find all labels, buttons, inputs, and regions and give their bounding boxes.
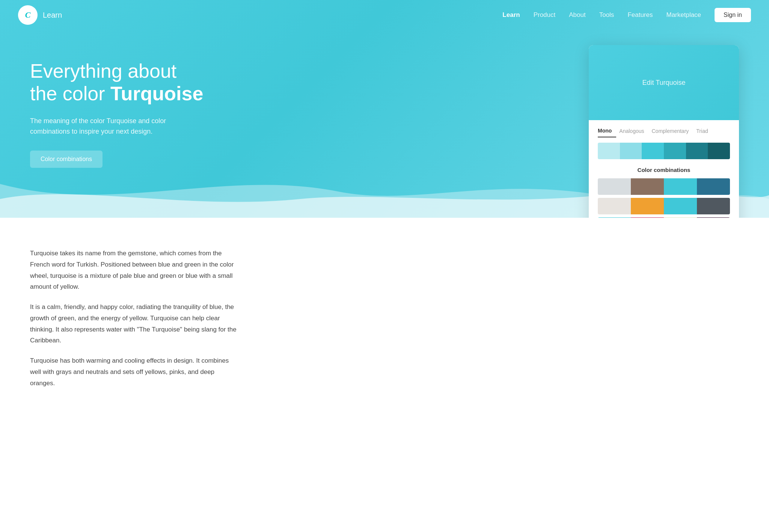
hero-title: Everything about the color Turquoise xyxy=(30,60,203,105)
article-paragraph-2: It is a calm, friendly, and happy color,… xyxy=(30,301,240,346)
hero-content: Everything about the color Turquoise The… xyxy=(0,38,233,190)
combo-2-swatch-4 xyxy=(697,198,730,214)
nav-item-features[interactable]: Features xyxy=(627,11,653,19)
hero-title-bold: Turquoise xyxy=(110,83,203,104)
hero-section: Everything about the color Turquoise The… xyxy=(0,0,769,218)
combo-1-swatch-3 xyxy=(664,178,697,195)
combo-3-swatch-4 xyxy=(697,217,730,218)
navbar: C Learn Learn Product About Tools Featur… xyxy=(0,0,769,30)
combo-rows xyxy=(598,178,730,218)
mono-swatch-4 xyxy=(664,143,686,159)
logo-text: C xyxy=(25,10,31,20)
combo-row-1 xyxy=(598,178,730,195)
combo-3-swatch-1 xyxy=(598,217,631,218)
signin-button[interactable]: Sign in xyxy=(715,8,751,22)
mono-swatch-2 xyxy=(620,143,642,159)
color-combinations-button[interactable]: Color combinations xyxy=(30,151,103,168)
combo-2-swatch-1 xyxy=(598,198,631,214)
card-body: Mono Analogous Complementary Triad Color… xyxy=(589,120,739,218)
mono-tabs: Mono Analogous Complementary Triad xyxy=(598,128,730,137)
nav-item-about[interactable]: About xyxy=(569,11,585,19)
color-card: Edit Turquoise Mono Analogous Complement… xyxy=(589,45,739,218)
article-paragraph-1: Turquoise takes its name from the gemsto… xyxy=(30,248,240,292)
tab-analogous[interactable]: Analogous xyxy=(619,128,648,137)
nav-item-marketplace[interactable]: Marketplace xyxy=(666,11,701,19)
mono-swatch-3 xyxy=(642,143,664,159)
logo-area: C Learn xyxy=(18,5,62,25)
combo-1-swatch-4 xyxy=(697,178,730,195)
hero-title-line1: Everything about xyxy=(30,60,176,82)
hero-description: The meaning of the color Turquoise and c… xyxy=(30,116,188,137)
mono-swatch-5 xyxy=(686,143,708,159)
tab-complementary[interactable]: Complementary xyxy=(652,128,694,137)
hero-title-line2: the color xyxy=(30,83,110,104)
canva-logo[interactable]: C xyxy=(18,5,38,25)
combo-2-swatch-3 xyxy=(664,198,697,214)
card-header-text: Edit Turquoise xyxy=(642,79,685,87)
combo-1-swatch-1 xyxy=(598,178,631,195)
nav-item-tools[interactable]: Tools xyxy=(599,11,614,19)
combo-1-swatch-2 xyxy=(631,178,664,195)
combo-2-swatch-2 xyxy=(631,198,664,214)
mono-swatches xyxy=(598,143,730,159)
tab-mono[interactable]: Mono xyxy=(598,128,616,137)
article-section: Turquoise takes its name from the gemsto… xyxy=(0,218,270,420)
card-header: Edit Turquoise xyxy=(589,45,739,120)
logo-learn-label: Learn xyxy=(43,11,62,20)
mono-swatch-6 xyxy=(708,143,730,159)
combo-3-swatch-3 xyxy=(664,217,697,218)
nav-item-learn[interactable]: Learn xyxy=(502,11,520,19)
combo-3-swatch-2 xyxy=(631,217,664,218)
nav-links: Learn Product About Tools Features Marke… xyxy=(502,11,701,19)
nav-item-product[interactable]: Product xyxy=(534,11,556,19)
tab-triad[interactable]: Triad xyxy=(696,128,712,137)
article-paragraph-3: Turquoise has both warming and cooling e… xyxy=(30,355,240,389)
combo-row-2 xyxy=(598,198,730,214)
combo-row-3 xyxy=(598,217,730,218)
combo-title: Color combinations xyxy=(598,167,730,173)
mono-swatch-1 xyxy=(598,143,620,159)
